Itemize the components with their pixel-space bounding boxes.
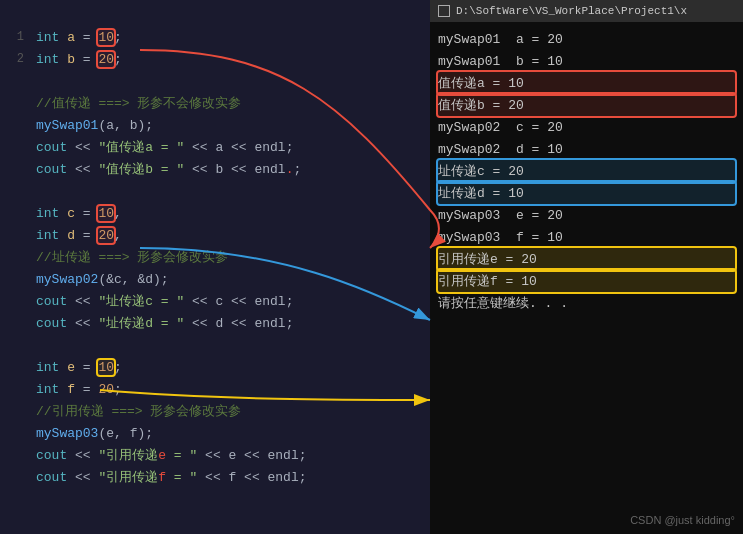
- code-line-comment2: //址传递 ===> 形参会修改实参: [0, 246, 430, 268]
- code-line-cout1b: cout << "值传递b = " << b << endl.;: [0, 158, 430, 180]
- code-line-empty3: [0, 334, 430, 356]
- terminal-line-8: 址传递d = 10: [438, 182, 735, 204]
- code-line-call2: mySwap02 (&c, &d);: [0, 268, 430, 290]
- code-line-coutc: cout << "址传递c = " << c << endl;: [0, 290, 430, 312]
- code-line-coutf: cout << "引用传递f = " << f << endl;: [0, 466, 430, 488]
- terminal-panel: D:\SoftWare\VS_WorkPlace\Project1\x mySw…: [430, 0, 743, 534]
- terminal-body: mySwap01 a = 20 mySwap01 b = 10 值传递a = 1…: [430, 22, 743, 534]
- code-line-1: 1 int a = 10 ;: [0, 26, 430, 48]
- terminal-line-10: mySwap03 f = 10: [438, 226, 735, 248]
- terminal-line-13: 请按任意键继续. . .: [438, 292, 735, 314]
- code-line-comment3: //引用传递 ===> 形参会修改实参: [0, 400, 430, 422]
- terminal-icon: [438, 5, 450, 17]
- terminal-line-11: 引用传递e = 20: [438, 248, 735, 270]
- watermark: CSDN @just kidding°: [630, 514, 735, 526]
- terminal-line-9: mySwap03 e = 20: [438, 204, 735, 226]
- terminal-line-6: mySwap02 d = 10: [438, 138, 735, 160]
- terminal-line-2: mySwap01 b = 10: [438, 50, 735, 72]
- code-line-call3: mySwap03 (e, f);: [0, 422, 430, 444]
- terminal-line-1: mySwap01 a = 20: [438, 28, 735, 50]
- terminal-line-3: 值传递a = 10: [438, 72, 735, 94]
- terminal-line-7: 址传递c = 20: [438, 160, 735, 182]
- code-panel: 1 int a = 10 ; 2 int b = 20 ; //值传递 ===>…: [0, 0, 430, 534]
- terminal-line-5: mySwap02 c = 20: [438, 116, 735, 138]
- code-line-empty1: [0, 70, 430, 92]
- code-line-2: 2 int b = 20 ;: [0, 48, 430, 70]
- terminal-line-12: 引用传递f = 10: [438, 270, 735, 292]
- code-line-c: int c = 10 ,: [0, 202, 430, 224]
- terminal-title: D:\SoftWare\VS_WorkPlace\Project1\x: [456, 5, 687, 17]
- code-line-d: int d = 20 ,: [0, 224, 430, 246]
- code-line-call1: mySwap01 (a, b);: [0, 114, 430, 136]
- terminal-titlebar: D:\SoftWare\VS_WorkPlace\Project1\x: [430, 0, 743, 22]
- code-line-coutd: cout << "址传递d = " << d << endl;: [0, 312, 430, 334]
- code-line-coute: cout << "引用传递e = " << e << endl;: [0, 444, 430, 466]
- code-line-cout1a: cout << "值传递a = " << a << endl;: [0, 136, 430, 158]
- code-line-f: int f = 20 ;: [0, 378, 430, 400]
- terminal-line-4: 值传递b = 20: [438, 94, 735, 116]
- code-line-comment1: //值传递 ===> 形参不会修改实参: [0, 92, 430, 114]
- code-line-empty2: [0, 180, 430, 202]
- code-line-e: int e = 10 ;: [0, 356, 430, 378]
